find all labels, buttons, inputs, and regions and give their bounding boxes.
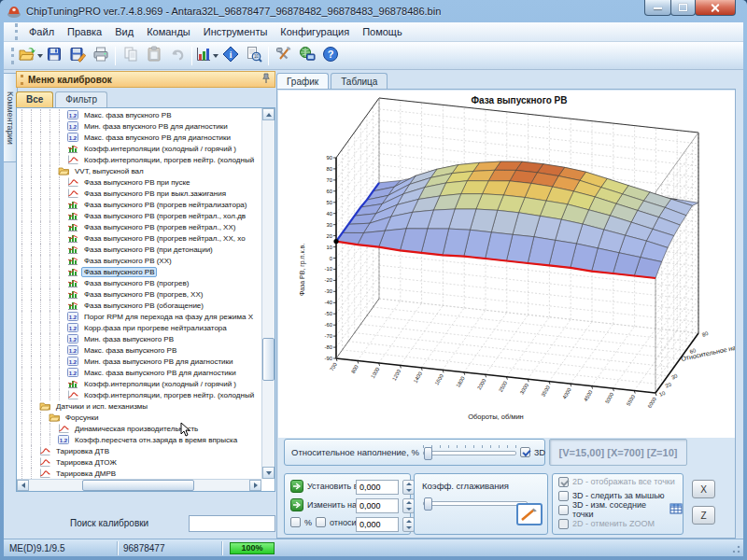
tree-item-selected[interactable]: Фаза выпускного РВ [17, 266, 261, 277]
tree-item[interactable]: Фаза выпускного РВ (прогрев, XX) [17, 288, 261, 300]
tree-item[interactable]: Фаза выпускного РВ (прогрев нейтрализато… [17, 199, 261, 210]
menu-item[interactable]: Конфигурация [274, 24, 356, 39]
option-row[interactable]: 2D - отменить ZOOM [558, 517, 683, 530]
save-as-button[interactable] [65, 44, 89, 67]
load-slider-thumb[interactable] [424, 447, 432, 460]
tree-item[interactable]: Тарировка ДТВ [17, 445, 261, 456]
x-axis-button[interactable]: X [692, 480, 715, 498]
tree-item[interactable]: Форсунки [17, 412, 261, 423]
checkbox-3d[interactable] [520, 447, 530, 457]
tree-item[interactable]: Коэфф.интерполяции, прогрев нейтр. (холо… [17, 154, 261, 165]
network-button[interactable] [295, 44, 318, 67]
scroll-down-button[interactable] [262, 467, 275, 479]
change-value-input[interactable] [356, 498, 399, 513]
scroll-thumb[interactable] [262, 338, 275, 381]
tools-button[interactable] [272, 44, 295, 67]
tree-item[interactable]: Фаза выпускного РВ при выкл.зажигания [17, 188, 261, 199]
option-row[interactable]: 3D - изм. соседние точки [558, 503, 683, 516]
print-button[interactable] [89, 44, 112, 67]
tree-item[interactable]: Датчики и исп. механизмы [17, 400, 261, 412]
tree-item[interactable]: 1.2Макс. фаза выпускного РВ [17, 344, 261, 356]
checkbox-relative[interactable] [316, 517, 326, 527]
menu-item[interactable]: Файл [22, 24, 61, 39]
scroll-left-button[interactable] [17, 480, 29, 491]
tree-item[interactable]: 1.2Макс. фаза выпускного РВ для диагност… [17, 367, 261, 378]
svg-text:i: i [229, 50, 232, 60]
set-value-input[interactable] [356, 480, 399, 495]
tree-item[interactable]: 1.2Макс. фаза впускного РВ [17, 109, 261, 120]
tree-item[interactable]: 1.2Мин. фаза впускного РВ для диагностик… [17, 120, 261, 132]
help-button[interactable]: ? [318, 44, 342, 67]
tree-item[interactable]: 1.2Порог RPM для перехода на фазу для ре… [17, 311, 261, 322]
tree-item[interactable]: 1.2Мин. фаза выпускного РВ для диагности… [17, 356, 261, 367]
close-button[interactable] [695, 0, 736, 16]
menu-item[interactable]: Помощь [356, 24, 409, 39]
tree-item[interactable]: Фаза выпускного РВ при пуске [17, 176, 261, 188]
undo-button[interactable] [165, 44, 189, 67]
tree-guide [40, 434, 48, 445]
smoothing-slider-track[interactable] [423, 501, 528, 506]
tree-vertical-scrollbar[interactable] [261, 108, 275, 479]
paste-button[interactable] [142, 44, 165, 67]
smoothing-slider-thumb[interactable] [424, 497, 432, 511]
resize-grip[interactable] [730, 543, 741, 554]
checkbox-percent[interactable] [290, 517, 301, 527]
scroll-up-button[interactable] [262, 108, 275, 120]
copy-button[interactable] [119, 44, 142, 67]
chart-view-button[interactable] [195, 44, 218, 67]
tree-item[interactable]: Фаза выпускного РВ (прогрев нейтрал., XX… [17, 221, 261, 232]
tree-item[interactable]: Коэфф.интерполяции (холодный / горячий ) [17, 143, 261, 154]
option-checkbox[interactable] [558, 505, 569, 515]
tree-item[interactable]: 1.2Корр.фаза при прогреве нейтрализатора [17, 322, 261, 333]
tab-all[interactable]: Все [16, 91, 53, 107]
tree-item[interactable]: Фаза выпускного РВ (прогрев) [17, 277, 261, 288]
search-input[interactable] [189, 515, 275, 532]
option-checkbox[interactable] [558, 519, 569, 529]
menu-item[interactable]: Вид [108, 24, 140, 39]
tree-item[interactable]: Фаза выпускного РВ (при детонации) [17, 244, 261, 255]
tab-filter[interactable]: Фильтр [55, 91, 107, 107]
tree-item[interactable]: Фаза выпускного РВ (прогрев нейтрал., хо… [17, 210, 261, 221]
minimize-button[interactable] [644, 0, 671, 16]
map-info-button[interactable]: i [218, 44, 242, 67]
tab-table[interactable]: Таблица [331, 73, 388, 90]
option-checkbox[interactable] [558, 491, 569, 501]
grid-table-icon[interactable] [669, 503, 683, 516]
surface-chart[interactable]: 9080706050403020100-10-20-30-40-50-60-70… [278, 91, 735, 438]
tree-item[interactable]: VVT, выпускной вал [17, 165, 261, 176]
apply-set-button[interactable] [290, 480, 303, 493]
tree-item[interactable]: Тарировка ДТОЖ [17, 456, 261, 468]
tree-item[interactable]: Тарировка ДМРВ [17, 468, 261, 479]
menu-item[interactable]: Инструменты [197, 24, 275, 39]
tree-horizontal-scrollbar[interactable] [17, 479, 261, 491]
tree-item[interactable]: Динамическая производительность [17, 423, 261, 434]
tree-item[interactable]: 1.2Мин. фаза выпускного РВ [17, 333, 261, 344]
tree-item[interactable]: Коэфф.интерполяции (холодный / горячий ) [17, 378, 261, 389]
z-axis-button[interactable]: Z [692, 506, 715, 525]
relative-value-input[interactable] [356, 517, 399, 532]
tree-item[interactable]: Фаза выпускного РВ (обогащение) [17, 300, 261, 311]
tree-item[interactable]: Фаза выпускного РВ (прогрев нейтрал., XX… [17, 232, 261, 244]
option-row[interactable]: 2D - отображать все точки [558, 475, 683, 488]
tree-guide [49, 266, 57, 277]
line-edit-button[interactable] [516, 503, 543, 525]
tree-item[interactable]: 1.2Коэфф.пересчета отн.заряда в время вп… [17, 434, 261, 445]
menu-item[interactable]: Команды [140, 24, 197, 39]
apply-change-button[interactable] [290, 498, 303, 511]
scroll-right-button[interactable] [249, 480, 261, 491]
option-checkbox[interactable] [558, 477, 569, 487]
tree-item[interactable]: 1.2Макс. фаза впускного РВ для диагности… [17, 132, 261, 143]
tree-item[interactable]: Коэфф.интерполяции, прогрев нейтр. (холо… [17, 389, 261, 400]
open-file-button[interactable] [19, 44, 42, 67]
tree-item[interactable]: Фаза выпускного РВ (XX) [17, 255, 261, 266]
maximize-button[interactable] [670, 0, 696, 16]
save-button[interactable] [42, 44, 65, 67]
menu-item[interactable]: Правка [61, 24, 108, 39]
load-slider-track[interactable] [423, 451, 516, 455]
tab-graph[interactable]: График [276, 73, 329, 90]
preview-zoom-button[interactable]: 10 [242, 44, 265, 67]
undo-icon [169, 46, 186, 66]
title-bar[interactable]: ChipTuningPRO ver.7.4.8.969 - Antara32L_… [0, 0, 747, 22]
scroll-thumb-horizontal[interactable] [82, 480, 194, 491]
pin-icon[interactable] [261, 73, 271, 86]
